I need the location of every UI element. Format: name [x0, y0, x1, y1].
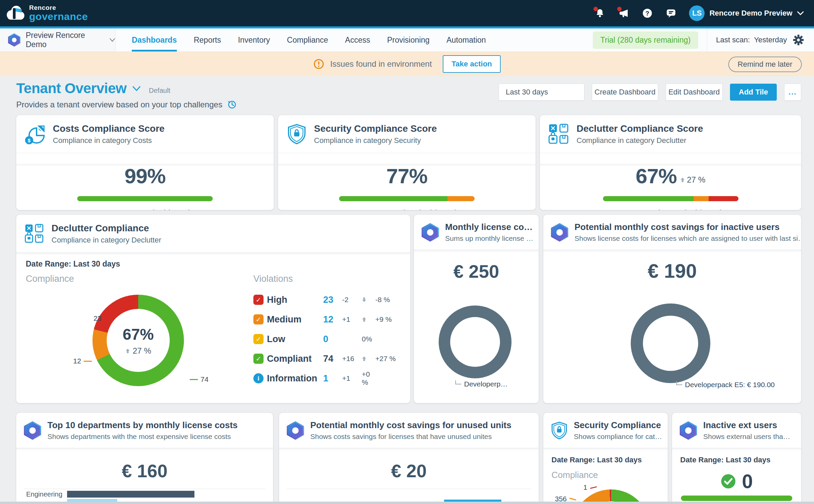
m365-hexagon-icon	[421, 223, 440, 242]
trend-icon	[362, 317, 367, 322]
bar-segment	[447, 196, 475, 201]
edit-dashboard-button[interactable]: Edit Dashboard	[666, 84, 723, 101]
score-bar	[339, 196, 475, 201]
donut-label-green: 74	[190, 375, 208, 383]
declutter-boxes-icon	[548, 123, 570, 145]
high-checkbox-icon[interactable]	[253, 295, 264, 305]
tile-declutter-score: Declutter Compliance Score Compliance in…	[540, 115, 801, 210]
medium-checkbox-icon[interactable]	[253, 314, 264, 324]
low-checkbox-icon[interactable]	[253, 334, 264, 344]
tile-subtitle: Shows external users tha…	[703, 433, 790, 441]
tile-costs-score: $ Costs Compliance Score Compliance in c…	[16, 115, 274, 210]
announcements-megaphone-icon[interactable]	[618, 7, 629, 19]
bar-row-engineering: Engineering	[20, 491, 260, 498]
tile-title: Potential monthly cost savings for inact…	[575, 222, 794, 232]
ext-users-count-row: 0	[672, 470, 801, 492]
tile-inactive-ext-users: Inactive ext users Shows external users …	[672, 413, 801, 504]
trend-up-icon	[680, 177, 685, 183]
feedback-icon[interactable]	[665, 7, 677, 19]
m365-hexagon-icon	[286, 421, 305, 440]
user-menu[interactable]: LS Rencore Demo Preview	[689, 5, 804, 21]
trend-icon	[362, 297, 367, 302]
savings-donut-chart	[631, 303, 710, 383]
goto-declutter-dashboard-link[interactable]: Go to 'Declutter' dashboard	[540, 209, 801, 210]
user-name: Rencore Demo Preview	[709, 9, 792, 18]
add-tile-button[interactable]: Add Tile	[730, 84, 777, 101]
costs-pie-dollar-icon: $	[24, 123, 46, 145]
tile-subtitle: Sums up monthly license …	[445, 234, 532, 243]
warning-icon	[313, 59, 324, 69]
tab-reports[interactable]: Reports	[194, 28, 221, 51]
tile-title: Potential monthly cost savings for unuse…	[310, 420, 512, 430]
ext-users-bar-track	[681, 496, 792, 501]
horizontal-scrollbar[interactable]	[0, 502, 814, 504]
user-menu-chevron-icon	[797, 11, 804, 16]
score-value: 67%	[636, 164, 677, 188]
goto-costs-dashboard-link[interactable]: Go to 'Costs' dashboard	[16, 209, 274, 210]
avatar[interactable]: LS	[689, 5, 705, 21]
history-clock-icon[interactable]	[227, 100, 236, 109]
tab-compliance[interactable]: Compliance	[287, 28, 328, 51]
tab-inventory[interactable]: Inventory	[238, 28, 270, 51]
tile-subtitle: Shows costs savings for licenses that ha…	[310, 433, 512, 441]
create-dashboard-button[interactable]: Create Dashboard	[592, 84, 658, 101]
tile-subtitle: Compliance in category Declutter	[51, 236, 161, 245]
tile-subtitle: Shows license costs for licenses which a…	[575, 234, 794, 243]
score-value: 99%	[124, 164, 165, 188]
license-cost-value: € 250	[414, 261, 539, 282]
compliance-heading: Compliance	[26, 274, 74, 284]
tab-provisioning[interactable]: Provisioning	[387, 28, 430, 51]
trend-up-icon	[125, 348, 130, 354]
take-action-button[interactable]: Take action	[443, 55, 501, 73]
nav-tabs: Dashboards Reports Inventory Compliance …	[132, 28, 486, 51]
compliance-heading: Compliance	[551, 470, 598, 480]
m365-hexagon-icon	[550, 223, 569, 242]
remind-me-later-button[interactable]: Remind me later	[728, 57, 802, 72]
tenant-icon	[7, 33, 21, 47]
license-donut-chart	[439, 306, 512, 378]
date-range-label: Date Range: Last 30 days	[26, 259, 120, 269]
tab-access[interactable]: Access	[345, 28, 370, 51]
violation-row-information: Information 1 +1 +0 %	[253, 369, 399, 388]
rencore-logo: Rencore governance	[5, 4, 88, 22]
help-icon[interactable]: ?	[642, 7, 653, 19]
tab-dashboards[interactable]: Dashboards	[132, 28, 177, 51]
violations-heading: Violations	[253, 274, 293, 284]
tile-inactive-user-savings: Potential monthly cost savings for inact…	[543, 215, 801, 403]
page-title[interactable]: Tenant Overview	[16, 80, 127, 97]
nav-divider	[707, 28, 707, 52]
tile-subtitle: Shows departments with the most expensiv…	[47, 433, 238, 441]
svg-text:?: ?	[646, 10, 649, 17]
m365-hexagon-icon	[23, 421, 42, 440]
violation-row-high: High 23 -2 -8 %	[253, 290, 399, 310]
bar-segment	[709, 196, 738, 201]
goto-security-dashboard-link[interactable]: Go to 'Security' dashboard	[278, 209, 536, 210]
bar	[681, 496, 792, 501]
tab-automation[interactable]: Automation	[446, 28, 486, 51]
score-value: 77%	[386, 164, 427, 188]
tile-top-departments: Top 10 departments by monthly license co…	[16, 413, 273, 504]
donut-label-red: 1	[583, 483, 597, 491]
shield-lock-icon	[550, 421, 568, 440]
compliance-donut-chart: 67% 27 %	[92, 295, 184, 386]
violation-row-low: Low 0 0%	[253, 329, 399, 349]
tenant-selector[interactable]: Preview Rencore Demo	[0, 28, 116, 51]
tile-security-compliance: Security Compliance Shows compliance for…	[543, 413, 668, 504]
tile-declutter-compliance: Declutter Compliance Compliance in categ…	[16, 215, 410, 403]
tile-title: Inactive ext users	[703, 420, 790, 430]
scan-settings-gear-icon[interactable]	[793, 35, 804, 45]
trial-badge[interactable]: Trial (280 days remaining)	[593, 31, 698, 49]
notifications-bell-icon[interactable]	[594, 7, 606, 19]
more-options-button[interactable]: ...	[784, 84, 801, 101]
tile-title: Top 10 departments by monthly license co…	[47, 420, 238, 430]
divider	[24, 489, 266, 489]
app-window: Rencore governance ? LS Rencore Demo Pre…	[0, 0, 814, 504]
compliant-checkbox-icon[interactable]	[253, 354, 264, 364]
last-scan-label: Last scan:	[716, 36, 750, 44]
date-range-select[interactable]: Last 30 days	[499, 84, 584, 101]
dashboard-variant-label: Default	[149, 87, 170, 97]
divider	[287, 489, 531, 489]
score-delta: 27 %	[680, 175, 706, 188]
violation-row-medium: Medium 12 +1 +9 %	[253, 310, 399, 329]
svg-text:$: $	[28, 137, 31, 143]
